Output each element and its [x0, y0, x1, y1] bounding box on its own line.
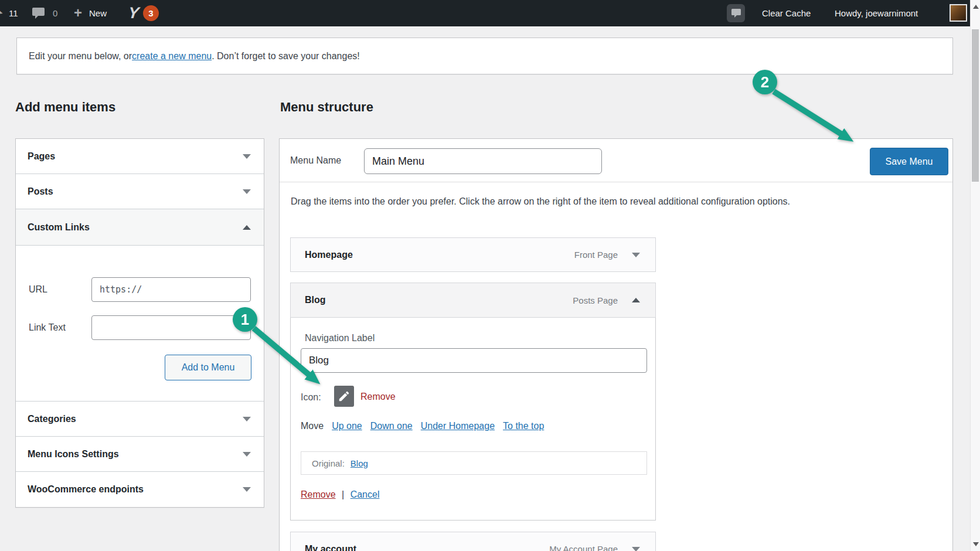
move-down-one-link[interactable]: Down one — [370, 421, 413, 431]
create-new-menu-link[interactable]: create a new menu — [132, 51, 212, 62]
blog-item-settings: Navigation Label Icon: Remove Move Up on… — [290, 318, 656, 521]
menu-name-label: Menu Name — [290, 139, 341, 182]
chevron-down-icon — [243, 487, 251, 492]
accordion-label: WooCommerce endpoints — [28, 484, 144, 495]
remove-item-link[interactable]: Remove — [301, 489, 336, 499]
move-label: Move — [301, 421, 324, 431]
move-up-one-link[interactable]: Up one — [332, 421, 362, 431]
link-text-label: Link Text — [29, 322, 66, 333]
plus-icon: + — [74, 0, 82, 26]
notice-text-after: . Don’t forget to save your changes! — [212, 51, 360, 62]
menu-item-label: My account — [305, 544, 356, 551]
drag-instructions: Drag the items into the order you prefer… — [291, 196, 790, 207]
admin-bar: ➤ 11 0 + New Y 3 Clear Cache Howdy, joew… — [0, 0, 970, 26]
chevron-down-icon — [243, 154, 251, 159]
chevron-up-icon — [243, 225, 251, 230]
accordion-label: Posts — [28, 186, 53, 197]
save-menu-button[interactable]: Save Menu — [870, 148, 948, 175]
add-menu-items-title: Add menu items — [15, 100, 115, 115]
menu-item-my-account[interactable]: My account My Account Page — [290, 532, 656, 551]
menu-item-type: Front Page — [574, 250, 618, 260]
menu-items-list: Homepage Front Page Blog Posts Page Navi… — [290, 237, 656, 551]
chevron-down-icon — [243, 189, 251, 194]
link-separator: | — [342, 489, 344, 499]
howdy-account-menu[interactable]: Howdy, joewarnimont — [835, 0, 918, 26]
accordion-posts[interactable]: Posts — [16, 174, 264, 209]
remove-cancel-row: Remove | Cancel — [301, 489, 379, 500]
menu-item-blog[interactable]: Blog Posts Page — [290, 283, 656, 318]
accordion-woocommerce-endpoints[interactable]: WooCommerce endpoints — [16, 472, 264, 507]
navigation-label-input[interactable] — [301, 348, 647, 373]
scroll-down-icon[interactable] — [973, 542, 979, 546]
link-text-input[interactable] — [91, 315, 251, 340]
yoast-seo-icon[interactable]: Y — [127, 0, 141, 26]
menu-name-input[interactable] — [364, 148, 602, 174]
scrollbar-thumb[interactable] — [972, 29, 979, 182]
menu-item-label: Homepage — [305, 250, 353, 260]
add-to-menu-button[interactable]: Add to Menu — [165, 355, 251, 380]
url-input[interactable] — [91, 277, 251, 302]
accordion-label: Pages — [28, 151, 55, 162]
icon-remove-link[interactable]: Remove — [360, 392, 396, 402]
original-label: Original: — [312, 458, 345, 468]
updates-icon: ➤ — [0, 6, 5, 18]
annotation-arrow-2: 2 — [753, 70, 842, 134]
edit-menu-notice: Edit your menu below, or create a new me… — [16, 38, 953, 74]
move-under-homepage-link[interactable]: Under Homepage — [421, 421, 495, 431]
accordion-custom-links[interactable]: Custom Links — [16, 209, 264, 246]
menu-name-header: Menu Name Save Menu — [280, 139, 952, 182]
custom-links-form: URL Link Text Add to Menu — [16, 246, 264, 402]
chevron-down-icon[interactable] — [632, 253, 640, 257]
yoast-notification-badge[interactable]: 3 — [143, 5, 159, 21]
menu-item-homepage[interactable]: Homepage Front Page — [290, 237, 656, 272]
chevron-down-icon[interactable] — [632, 547, 640, 551]
add-menu-items-panel: Pages Posts Custom Links URL Link Text A… — [15, 138, 264, 508]
move-row: Move Up one Down one Under Homepage To t… — [301, 421, 544, 431]
chevron-down-icon — [243, 417, 251, 421]
chevron-up-icon[interactable] — [632, 298, 640, 302]
accordion-categories[interactable]: Categories — [16, 402, 264, 437]
new-menu-item[interactable]: New — [89, 0, 107, 26]
original-blog-link[interactable]: Blog — [351, 458, 368, 468]
accordion-pages[interactable]: Pages — [16, 139, 264, 174]
menu-item-type: My Account Page — [549, 544, 618, 551]
accordion-menu-icons-settings[interactable]: Menu Icons Settings — [16, 437, 264, 472]
comments-count[interactable]: 0 — [53, 0, 57, 26]
url-label: URL — [29, 284, 47, 295]
updates-count[interactable]: 11 — [9, 0, 18, 26]
comments-icon[interactable] — [32, 8, 45, 21]
icon-label: Icon: — [301, 392, 321, 403]
original-item-box: Original: Blog — [301, 451, 647, 475]
accordion-label: Custom Links — [28, 222, 90, 233]
page-scrollbar[interactable] — [970, 0, 980, 551]
feedback-bubble-icon[interactable] — [727, 4, 745, 22]
cancel-link[interactable]: Cancel — [351, 489, 380, 499]
menu-item-type: Posts Page — [573, 295, 618, 305]
navigation-label: Navigation Label — [305, 333, 375, 343]
clear-cache-button[interactable]: Clear Cache — [762, 0, 811, 26]
annotation-step-2: 2 — [761, 73, 769, 91]
pencil-icon — [334, 386, 354, 407]
avatar[interactable] — [950, 4, 967, 22]
move-to-top-link[interactable]: To the top — [503, 421, 544, 431]
chevron-down-icon — [243, 452, 251, 457]
accordion-label: Categories — [28, 414, 76, 424]
notice-text-before: Edit your menu below, or — [29, 51, 132, 62]
menu-structure-title: Menu structure — [280, 100, 373, 115]
scroll-up-icon[interactable] — [973, 5, 979, 9]
accordion-label: Menu Icons Settings — [28, 449, 119, 460]
menu-structure-card: Menu Name Save Menu Drag the items into … — [279, 138, 953, 551]
menu-item-label: Blog — [305, 295, 326, 305]
